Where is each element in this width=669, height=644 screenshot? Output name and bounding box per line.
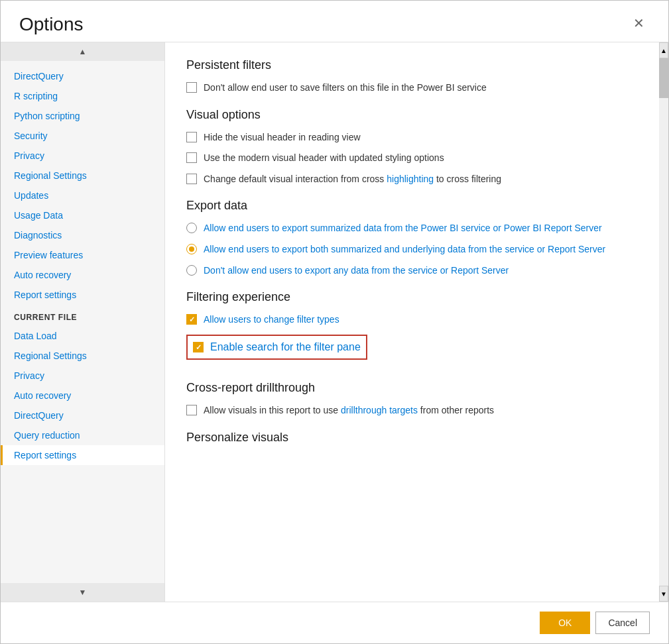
options-dialog: Options ✕ ▲ DirectQuery R scripting Pyth…: [0, 0, 669, 644]
sidebar-scroll-down-button[interactable]: ▼: [1, 583, 164, 602]
option-text-persistent-filters-1: Don't allow end user to save filters on …: [204, 81, 487, 95]
option-export-3: Don't allow end users to export any data…: [186, 264, 637, 278]
sidebar-item-security[interactable]: Security: [1, 126, 164, 146]
sidebar-item-query-reduction[interactable]: Query reduction: [1, 425, 164, 445]
link-highlighting[interactable]: highlighting: [387, 174, 434, 184]
section-title-export-data: Export data: [186, 199, 637, 213]
sidebar-scroll-up-button[interactable]: ▲: [1, 42, 164, 61]
option-text-visual-2: Use the modern visual header with update…: [204, 152, 444, 165]
scrollbar: ▲ ▼: [659, 42, 668, 602]
close-button[interactable]: ✕: [628, 14, 650, 32]
option-visual-2: Use the modern visual header with update…: [186, 152, 637, 165]
checkbox-filtering-2[interactable]: [193, 342, 204, 352]
section-title-cross-report: Cross-report drillthrough: [186, 381, 637, 395]
main-content: Persistent filters Don't allow end user …: [165, 42, 668, 602]
dialog-footer: OK Cancel: [1, 602, 668, 643]
sidebar-item-python-scripting[interactable]: Python scripting: [1, 106, 164, 126]
section-title-personalize-visuals: Personalize visuals: [186, 431, 637, 445]
sidebar-item-regional-settings-cf[interactable]: Regional Settings: [1, 346, 164, 366]
ok-button[interactable]: OK: [540, 612, 590, 634]
highlighted-option-filtering-2: Enable search for the filter pane: [186, 335, 367, 360]
sidebar-item-regional-settings[interactable]: Regional Settings: [1, 166, 164, 186]
option-export-2: Allow end users to export both summarize…: [186, 243, 637, 256]
sidebar-scroll-area: DirectQuery R scripting Python scripting…: [1, 61, 164, 583]
radio-export-2[interactable]: [186, 244, 197, 254]
section-title-persistent-filters: Persistent filters: [186, 58, 637, 72]
sidebar-item-auto-recovery[interactable]: Auto recovery: [1, 265, 164, 285]
sidebar-item-r-scripting[interactable]: R scripting: [1, 86, 164, 106]
option-filtering-1: Allow users to change filter types: [186, 313, 637, 327]
scroll-up-button[interactable]: ▲: [659, 42, 668, 58]
radio-export-1[interactable]: [186, 223, 197, 233]
option-text-export-2: Allow end users to export both summarize…: [204, 243, 605, 256]
sidebar-item-preview-features[interactable]: Preview features: [1, 245, 164, 265]
option-text-visual-3: Change default visual interaction from c…: [204, 173, 501, 186]
sidebar-item-directquery[interactable]: DirectQuery: [1, 66, 164, 86]
option-text-filtering-1: Allow users to change filter types: [204, 313, 339, 327]
current-file-header: CURRENT FILE: [1, 305, 164, 326]
option-cross-report-1: Allow visuals in this report to use dril…: [186, 404, 637, 417]
sidebar-item-diagnostics[interactable]: Diagnostics: [1, 225, 164, 245]
sidebar-item-privacy-cf[interactable]: Privacy: [1, 366, 164, 386]
dialog-body: ▲ DirectQuery R scripting Python scripti…: [1, 42, 668, 602]
checkbox-visual-3[interactable]: [186, 174, 197, 184]
section-title-visual-options: Visual options: [186, 108, 637, 122]
checkbox-cross-report-1[interactable]: [186, 405, 197, 415]
sidebar-item-report-settings-global[interactable]: Report settings: [1, 285, 164, 305]
sidebar-item-report-settings[interactable]: Report settings: [1, 445, 164, 465]
option-text-visual-1: Hide the visual header in reading view: [204, 131, 361, 144]
option-visual-1: Hide the visual header in reading view: [186, 131, 637, 144]
sidebar: ▲ DirectQuery R scripting Python scripti…: [1, 42, 165, 602]
radio-export-3[interactable]: [186, 265, 197, 276]
scroll-down-button[interactable]: ▼: [659, 586, 668, 602]
option-text-cross-report-1: Allow visuals in this report to use dril…: [204, 404, 494, 417]
dialog-title: Options: [19, 14, 84, 35]
option-text-export-3: Don't allow end users to export any data…: [204, 264, 509, 278]
option-visual-3: Change default visual interaction from c…: [186, 173, 637, 186]
option-text-filtering-2: Enable search for the filter pane: [210, 340, 361, 354]
sidebar-item-updates[interactable]: Updates: [1, 186, 164, 205]
checkbox-visual-2[interactable]: [186, 152, 197, 163]
sidebar-item-privacy[interactable]: Privacy: [1, 146, 164, 166]
checkbox-filtering-1[interactable]: [186, 314, 197, 325]
section-title-filtering-experience: Filtering experience: [186, 290, 637, 304]
dialog-header: Options ✕: [1, 1, 668, 42]
content-area: Persistent filters Don't allow end user …: [165, 42, 668, 602]
option-export-1: Allow end users to export summarized dat…: [186, 222, 637, 235]
sidebar-item-data-load[interactable]: Data Load: [1, 326, 164, 346]
option-text-export-1: Allow end users to export summarized dat…: [204, 222, 602, 235]
sidebar-item-usage-data[interactable]: Usage Data: [1, 205, 164, 225]
checkbox-visual-1[interactable]: [186, 132, 197, 142]
scrollbar-track: [659, 58, 668, 586]
scrollbar-thumb[interactable]: [659, 58, 668, 98]
option-persistent-filters-1: Don't allow end user to save filters on …: [186, 81, 637, 95]
sidebar-item-auto-recovery-cf[interactable]: Auto recovery: [1, 386, 164, 405]
sidebar-item-directquery-cf[interactable]: DirectQuery: [1, 405, 164, 425]
link-drillthrough-targets[interactable]: drillthrough targets: [341, 405, 418, 415]
cancel-button[interactable]: Cancel: [595, 612, 650, 634]
checkbox-persistent-filters-1[interactable]: [186, 82, 197, 93]
